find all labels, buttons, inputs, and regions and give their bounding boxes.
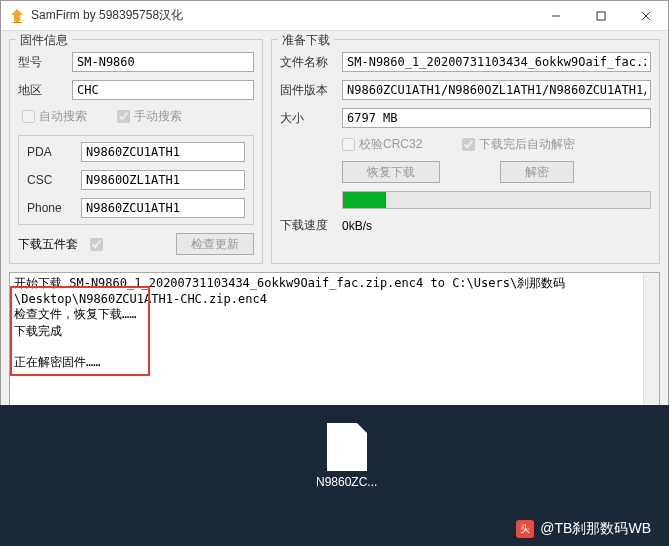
document-icon [327,423,367,471]
firmware-info-panel: 固件信息 型号 地区 自动搜索 手动搜索 PDA [9,39,263,264]
pda-label: PDA [27,145,75,159]
content-area: 固件信息 型号 地区 自动搜索 手动搜索 PDA [1,31,668,272]
model-input[interactable] [72,52,254,72]
log-text: 开始下载 SM-N9860_1_20200731103434_6okkw9Oai… [14,276,565,369]
log-textarea[interactable]: 开始下载 SM-N9860_1_20200731103434_6okkw9Oai… [9,272,660,412]
region-label: 地区 [18,82,66,99]
pda-input[interactable] [81,142,245,162]
download-title: 准备下载 [278,32,334,49]
five-pack-label: 下载五件套 [18,236,78,253]
size-label: 大小 [280,110,336,127]
filename-input[interactable] [342,52,651,72]
speed-value: 0kB/s [342,219,372,233]
watermark: 头 @TB刹那数码WB [516,520,651,538]
desktop-file-label: N9860ZC... [316,475,377,489]
close-button[interactable] [623,1,668,31]
app-window: SamFirm by 598395758汉化 固件信息 型号 地区 自动搜索 [0,0,669,421]
watermark-logo-icon: 头 [516,520,534,538]
crc-checkbox[interactable]: 校验CRC32 [342,136,422,153]
minimize-button[interactable] [533,1,578,31]
version-input[interactable] [342,80,651,100]
svg-rect-1 [597,12,605,20]
speed-label: 下载速度 [280,217,336,234]
five-pack-checkbox[interactable] [90,238,103,251]
firmware-info-title: 固件信息 [16,32,72,49]
decrypt-button[interactable]: 解密 [500,161,574,183]
version-label: 固件版本 [280,82,336,99]
manual-search-checkbox[interactable]: 手动搜索 [117,108,182,125]
watermark-text: @TB刹那数码WB [540,520,651,538]
titlebar: SamFirm by 598395758汉化 [1,1,668,31]
version-subpanel: PDA CSC Phone [18,135,254,225]
app-icon [9,8,25,24]
window-controls [533,1,668,31]
csc-label: CSC [27,173,75,187]
resume-download-button[interactable]: 恢复下载 [342,161,440,183]
phone-input[interactable] [81,198,245,218]
check-update-button[interactable]: 检查更新 [176,233,254,255]
filename-label: 文件名称 [280,54,336,71]
desktop-area: N9860ZC... 头 @TB刹那数码WB [0,405,669,546]
phone-label: Phone [27,201,75,215]
desktop-file-icon[interactable]: N9860ZC... [316,423,377,489]
region-input[interactable] [72,80,254,100]
csc-input[interactable] [81,170,245,190]
model-label: 型号 [18,54,66,71]
maximize-button[interactable] [578,1,623,31]
left-column: 固件信息 型号 地区 自动搜索 手动搜索 PDA [9,39,263,264]
size-input[interactable] [342,108,651,128]
scrollbar[interactable] [643,273,659,411]
download-panel: 准备下载 文件名称 固件版本 大小 校验CRC32 下载完后自动解密 [271,39,660,264]
progress-bar [342,191,651,209]
auto-decrypt-checkbox[interactable]: 下载完后自动解密 [462,136,575,153]
right-column: 准备下载 文件名称 固件版本 大小 校验CRC32 下载完后自动解密 [271,39,660,264]
auto-search-checkbox[interactable]: 自动搜索 [22,108,87,125]
window-title: SamFirm by 598395758汉化 [31,7,533,24]
